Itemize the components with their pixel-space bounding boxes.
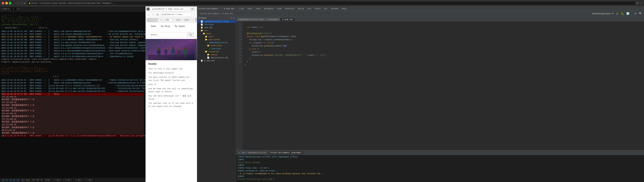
terminal-body[interactable]: . ____ _ __ _ _ /\\ / ___'_ __ _ _(_)_ _… xyxy=(0,12,146,178)
terminal-new-tab[interactable]: + xyxy=(17,7,20,11)
menu-git[interactable]: Git xyxy=(322,7,329,10)
tree-appyml[interactable]: 📄 application.yml xyxy=(197,56,236,59)
ide-run-content[interactable]: [INFO] Replacing main artifact with repa… xyxy=(236,155,644,182)
browser-more-button[interactable]: ⋮ xyxy=(192,13,196,16)
new-tab-button[interactable]: + xyxy=(191,7,194,11)
editor-tab-testjava[interactable]: TestJava xyxy=(266,18,280,21)
log-7: 2022-12-02 18:45:33.716 INFO 246553 --- … xyxy=(2,50,144,52)
tree-java[interactable]: 📁 java xyxy=(197,35,236,38)
tree-mywebapp2[interactable]: ☕ MyWebApplication xyxy=(197,41,236,44)
debug-button[interactable]: 🐛 xyxy=(620,12,625,15)
extensions-btn[interactable]: ⚙ xyxy=(637,1,638,4)
nav-games[interactable]: My Games xyxy=(172,24,188,29)
settings-button[interactable]: ⚙ xyxy=(634,12,637,15)
run-line-1: [INFO] xyxy=(238,159,642,161)
readme-p7: The special tips is if you open with a P… xyxy=(148,102,194,108)
back-btn[interactable]: ← xyxy=(18,1,20,5)
tree-item-label: java xyxy=(208,36,213,38)
tree-taotao[interactable]: 📁 com.taotao xyxy=(197,38,236,41)
tree-item-label: com.taotao xyxy=(208,39,220,41)
menu-navigate[interactable]: Navigate xyxy=(262,7,275,10)
menu-build[interactable]: Build xyxy=(297,7,306,10)
ide-code-area[interactable]: 20 21 22 23 24 25 26 27 28 29 30 31 32 xyxy=(236,21,644,150)
refresh-btn[interactable]: ↻ xyxy=(24,1,26,4)
tree-controller[interactable]: 📁 controller xyxy=(197,44,236,47)
log-13: 2022-12-02 18:45:54.23 INFO 246553 --- [… xyxy=(2,82,144,85)
tree-item-label: resources xyxy=(208,51,219,53)
browser-url-text: guiguiMaster's home xyxy=(162,14,182,15)
editor-tab-pom[interactable]: m pom.xml xyxy=(280,18,295,21)
spring-logo-line5: ' |____| .__|_| |_|_| |_\__, | / / / / xyxy=(2,22,144,24)
profile-button[interactable]: 📊 xyxy=(626,12,630,15)
tree-mywebapp-java[interactable]: 📄 MyWebApplication.java xyxy=(197,20,236,23)
tree-testjava2[interactable]: ☕ TestJava xyxy=(197,47,236,50)
log-6: 2022-12-02 18:45:33.716 INFO 246553 --- … xyxy=(2,47,144,50)
mybatis-logo-line2: _ __ _ _| |__ __ _| |_(_)___ _ __ | |_ _… xyxy=(2,66,144,69)
menu-refactor[interactable]: Refactor xyxy=(284,7,296,10)
menu-run[interactable]: Run xyxy=(306,7,312,10)
log-1: 2022-12-02 18:45:31.754 INFO 246553 --- … xyxy=(2,33,144,36)
status-download2: ↓ 4 KB/s xyxy=(84,179,93,181)
run-tab-mywebapp[interactable]: ▶ Run: MyWebApplication xyxy=(238,151,268,154)
nav-home[interactable]: Home xyxy=(148,24,158,29)
tree-testjava[interactable]: 📄 TestJava xyxy=(197,23,236,26)
spring-logo-line3: ( ( )\___ | '_ | '_| | '_ \/ _` | \ \ \ … xyxy=(2,17,144,20)
terminal-close[interactable]: ✕ xyxy=(8,8,9,10)
run-tab-package[interactable]: PixUI5.SpringBoot [package] xyxy=(268,151,303,154)
exec-line-3: 执行成功，您的服务器被访问了 3 次 xyxy=(2,109,144,112)
nav-refresh-button[interactable]: ↻ xyxy=(156,13,160,16)
menu-help[interactable]: Help xyxy=(340,7,348,10)
close-button[interactable] xyxy=(2,2,4,4)
forward-btn[interactable]: → xyxy=(21,1,23,5)
browser-tab-2-close[interactable]: ✕ xyxy=(188,8,189,10)
run-tab-label: PixUI5.SpringBoot [package] xyxy=(270,152,302,154)
browser-url-bar[interactable]: guiguiMaster's home xyxy=(160,13,192,17)
run-button[interactable]: ▶ xyxy=(616,11,619,15)
tree-static[interactable]: 📁 static xyxy=(197,53,236,56)
tree-src[interactable]: 📁 src xyxy=(197,29,236,32)
ide-project-sidebar: Project ⚙ ≡ 📄 MyWebApplication.java 📄 Te… xyxy=(197,16,236,182)
spring-version: :: Spring Boot :: (v2.6.7) xyxy=(2,27,144,29)
run-config-selector[interactable]: MyWebApplication ▼ xyxy=(591,12,615,15)
menu-file[interactable]: File xyxy=(238,7,245,10)
height-display: 101% xyxy=(176,19,180,21)
search-everywhere-button[interactable]: 🔍 xyxy=(638,12,642,15)
browser-page-content[interactable]: Home My Blog My Games 🔍 xyxy=(146,23,197,182)
site-search-input[interactable] xyxy=(148,32,187,37)
sidebar-settings-icon[interactable]: ⚙ xyxy=(233,17,234,19)
site-search: 🔍 xyxy=(146,30,197,39)
menu-window[interactable]: Window xyxy=(330,7,340,10)
readme-p1: This is just a test pages now xyxy=(148,68,194,71)
tree-mpom[interactable]: 📋 m pom.xml xyxy=(197,59,236,62)
editor-tab-mywebapp[interactable]: MyWebApplication.java xyxy=(237,18,266,21)
nav-forward-button[interactable]: → xyxy=(151,13,155,16)
width-input[interactable] xyxy=(165,19,172,22)
log-16: 2022-12-02 18:45:54.23 INFO 246553 --- [… xyxy=(2,90,144,93)
tree-resources[interactable]: 📁 resources xyxy=(197,50,236,53)
tree-pom[interactable]: 📋 pom.xml xyxy=(197,26,236,29)
run-line-3: [INFO] xyxy=(238,164,642,167)
browser-tab-1[interactable]: guiguiMaster's home ✕ xyxy=(150,7,172,10)
menu-btn[interactable]: ⋮ xyxy=(640,1,642,4)
maximize-button[interactable] xyxy=(9,2,11,4)
menu-tools[interactable]: Tools xyxy=(313,7,322,10)
tree-item-label: TestJava xyxy=(212,48,221,50)
menu-code[interactable]: Code xyxy=(276,7,283,10)
terminal-tab-1[interactable]: × xyxy=(11,8,16,10)
svg-rect-10 xyxy=(165,54,166,57)
browser-dev-toolbar: Dimensions: Responsive ▼ ⟷ × 101% | 100%… xyxy=(146,18,197,23)
address-bar[interactable]: 🔒 https://orcaterm.cloud.tencent.com/ter… xyxy=(27,1,636,5)
terminal-tabs: ⌨ 菜单 ✕ × + xyxy=(0,6,146,12)
nav-blog[interactable]: My Blog xyxy=(158,24,172,29)
tree-item-label: pom.xml xyxy=(204,27,212,29)
browser-tab-2[interactable]: axios.utt... ✕ xyxy=(172,7,190,10)
site-search-button[interactable]: 🔍 xyxy=(187,32,194,37)
menu-view[interactable]: View xyxy=(254,7,262,10)
code-content: int count = 0; @PostMapping("/demo") pub… xyxy=(242,21,644,150)
log-highlight: 2022-12-02 18:45:47.332 INFO 246553 --- … xyxy=(2,93,144,95)
minimize-button[interactable] xyxy=(5,2,8,4)
menu-edit[interactable]: Edit xyxy=(246,7,254,10)
tree-main[interactable]: 📁 main xyxy=(197,32,236,35)
sidebar-collapse-icon[interactable]: ≡ xyxy=(231,17,232,19)
nav-back-button[interactable]: ← xyxy=(146,13,150,16)
